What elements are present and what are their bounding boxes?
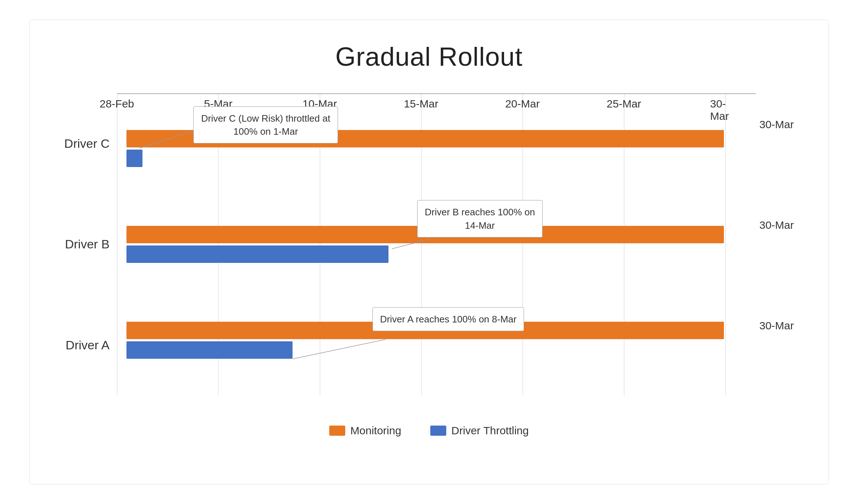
bar-a-throttling (126, 341, 293, 359)
bar-c-throttling (126, 150, 142, 167)
right-label-b: 30-Mar (756, 215, 799, 273)
chart-plot: Driver C (Low Risk) throttled at100% on … (117, 93, 756, 417)
annotation-driver-b: Driver B reaches 100% on14-Mar (417, 200, 543, 237)
right-label-a: 30-Mar (756, 316, 799, 374)
chart-area: Driver C Driver B Driver A (59, 93, 799, 417)
bar-b-throttling (126, 245, 388, 263)
right-label-c: 30-Mar (756, 115, 799, 173)
x-label-20mar: 20-Mar (505, 98, 540, 110)
legend: Monitoring Driver Throttling (59, 424, 799, 440)
y-label-driver-b: Driver B (59, 215, 110, 273)
legend-label-monitoring: Monitoring (350, 424, 401, 437)
x-label-15mar: 15-Mar (404, 98, 438, 110)
y-axis-labels: Driver C Driver B Driver A (59, 93, 117, 417)
bar-row-c-throttling (117, 150, 756, 167)
bar-row-a-throttling (117, 341, 756, 359)
annotation-driver-a: Driver A reaches 100% on 8-Mar (372, 307, 524, 331)
bar-row-b-throttling (117, 245, 756, 263)
y-label-driver-a: Driver A (59, 316, 110, 374)
legend-item-throttling: Driver Throttling (430, 424, 529, 437)
chart-title: Gradual Rollout (59, 42, 799, 72)
legend-swatch-monitoring (329, 426, 345, 436)
grid-and-bars: Driver C (Low Risk) throttled at100% on … (117, 93, 756, 417)
x-label-30mar: 30-Mar (710, 98, 741, 122)
legend-item-monitoring: Monitoring (329, 424, 401, 437)
y-label-driver-c: Driver C (59, 115, 110, 173)
legend-swatch-throttling (430, 426, 446, 436)
x-label-28feb: 28-Feb (100, 98, 134, 110)
right-labels: 30-Mar 30-Mar 30-Mar (756, 93, 799, 417)
x-label-25mar: 25-Mar (607, 98, 641, 110)
annotation-driver-c: Driver C (Low Risk) throttled at100% on … (193, 106, 338, 144)
legend-label-throttling: Driver Throttling (451, 424, 529, 437)
chart-container: Gradual Rollout Driver C Driver B Driver… (29, 20, 829, 484)
